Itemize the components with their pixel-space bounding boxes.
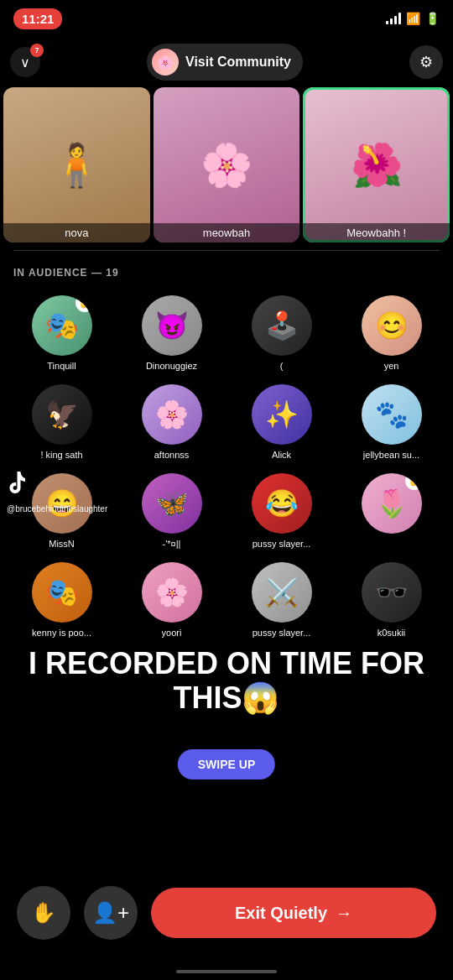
speaker-ring	[303, 87, 450, 242]
member-avatar-purple: 🦋	[142, 473, 202, 534]
speaker-meowbah[interactable]: 🌸 meowbah	[154, 87, 300, 242]
wifi-icon: 📶	[406, 12, 420, 25]
audience-member-troll[interactable]: 😂pussy slayer...	[226, 467, 336, 555]
audience-member-kingsath[interactable]: 🦅! king sath	[7, 378, 117, 467]
audience-member-paren[interactable]: 🕹️(	[226, 289, 336, 378]
member-avatar-tinquill: 🎭✋	[32, 295, 92, 356]
bottom-controls: ✋ 👤+ Exit Quietly →	[0, 879, 453, 946]
header: ∨ 7 🌸 Visit Community ⚙	[0, 37, 453, 87]
speaker-nova-name: nova	[3, 223, 150, 242]
add-user-icon: 👤+	[92, 901, 129, 925]
notification-badge: 7	[30, 44, 44, 57]
speaker-nova-avatar: 🧍	[3, 87, 150, 242]
member-avatar-aftonnss: 🌸	[142, 384, 202, 445]
member-name-missn: MissN	[49, 539, 75, 549]
speaker-meowbah-avatar: 🌸	[154, 87, 300, 242]
member-name-paren: (	[280, 361, 284, 371]
exit-quietly-label: Exit Quietly	[235, 904, 327, 923]
member-avatar-troll: 😂	[252, 473, 312, 534]
community-avatar: 🌸	[152, 49, 179, 76]
audience-member-yoori[interactable]: 🌸yoori	[117, 555, 226, 644]
hand-icon: ✋	[31, 901, 56, 925]
battery-icon: 🔋	[425, 12, 440, 25]
chevron-down-icon: ∨	[20, 55, 30, 70]
dropdown-button[interactable]: ∨ 7	[10, 47, 40, 77]
member-avatar-pussy: ⚔️	[252, 562, 312, 623]
tiktok-watermark: @brucebehindtheslaughter	[0, 470, 107, 513]
member-name-aftonnss: aftonnss	[154, 450, 190, 460]
member-avatar-pink: 🌷✋	[362, 473, 422, 534]
audience-member-yen[interactable]: 😊yen	[336, 289, 446, 378]
member-avatar-kenny: 🎭	[32, 562, 92, 623]
home-indicator	[176, 970, 277, 973]
header-left: ∨ 7	[10, 47, 40, 77]
speaker-meowbah-name: meowbah	[154, 223, 300, 242]
hand-raised-badge: ✋	[76, 295, 92, 312]
member-avatar-kingsath: 🦅	[32, 384, 92, 445]
audience-member-aftonnss[interactable]: 🌸aftonnss	[117, 378, 226, 467]
community-label: Visit Community	[185, 55, 291, 70]
swipe-up-button[interactable]: SWIPE UP	[178, 749, 275, 779]
tiktok-handle: @brucebehindtheslaughter	[7, 504, 107, 513]
signal-icon	[386, 13, 401, 24]
member-name-jellybean: jellybean su...	[363, 450, 419, 460]
speaker-meowbahh[interactable]: 🌺 Meowbahh !	[303, 87, 450, 242]
member-name-tinquill: Tinquill	[47, 361, 76, 371]
audience-member-kenny[interactable]: 🎭kenny is poo...	[7, 555, 117, 644]
member-name-yen: yen	[384, 361, 399, 371]
raise-hand-button[interactable]: ✋	[17, 886, 70, 940]
status-time: 11:21	[13, 8, 62, 29]
member-avatar-yen: 😊	[362, 295, 422, 356]
audience-member-alick[interactable]: ✨Alick	[226, 378, 336, 467]
member-name-dinonuggiez: Dinonuggiez	[146, 361, 197, 371]
member-name-yoori: yoori	[162, 628, 182, 638]
gear-icon: ⚙	[419, 53, 433, 71]
member-avatar-alick: ✨	[252, 384, 312, 445]
overlay-text: I RECORDED ON TIME FOR THIS😱	[0, 646, 453, 716]
member-name-purple: -'*¤||	[163, 539, 181, 549]
member-name-pussy: pussy slayer...	[253, 628, 311, 638]
member-name-alick: Alick	[272, 450, 291, 460]
speaker-nova[interactable]: 🧍 nova	[3, 87, 150, 242]
add-user-button[interactable]: 👤+	[84, 886, 138, 940]
audience-grid: 🎭✋Tinquill😈Dinonuggiez🕹️(😊yen🦅! king sat…	[0, 289, 453, 644]
audience-member-jellybean[interactable]: 🐾jellybean su...	[336, 378, 446, 467]
audience-member-purple[interactable]: 🦋-'*¤||	[117, 467, 226, 555]
member-avatar-yoori: 🌸	[142, 562, 202, 623]
audience-member-dinonuggiez[interactable]: 😈Dinonuggiez	[117, 289, 226, 378]
audience-header: IN AUDIENCE — 19	[0, 260, 453, 289]
member-name-kingsath: ! king sath	[40, 450, 82, 460]
divider	[13, 250, 440, 251]
audience-member-pink[interactable]: 🌷✋	[336, 467, 446, 555]
speaker-meowbahh-name: Meowbahh !	[303, 223, 450, 242]
member-avatar-jellybean: 🐾	[362, 384, 422, 445]
audience-member-k0sukii[interactable]: 🕶️k0sukii	[336, 555, 446, 644]
hand-raised-badge: ✋	[405, 473, 422, 490]
status-icons: 📶 🔋	[386, 12, 440, 25]
exit-quietly-button[interactable]: Exit Quietly →	[151, 888, 436, 938]
member-avatar-paren: 🕹️	[252, 295, 312, 356]
member-avatar-k0sukii: 🕶️	[362, 562, 422, 623]
exit-arrow-icon: →	[336, 904, 352, 923]
tiktok-logo-icon	[7, 470, 107, 503]
member-name-kenny: kenny is poo...	[32, 628, 91, 638]
member-avatar-dinonuggiez: 😈	[142, 295, 202, 356]
status-bar: 11:21 📶 🔋	[0, 0, 453, 37]
visit-community-button[interactable]: 🌸 Visit Community	[147, 44, 303, 81]
member-name-troll: pussy slayer...	[253, 539, 311, 549]
audience-member-tinquill[interactable]: 🎭✋Tinquill	[7, 289, 117, 378]
audience-member-pussy[interactable]: ⚔️pussy slayer...	[226, 555, 336, 644]
speakers-section: 🧍 nova 🌸 meowbah 🌺 Meowbahh !	[0, 87, 453, 242]
settings-button[interactable]: ⚙	[409, 45, 443, 79]
member-name-k0sukii: k0sukii	[378, 628, 406, 638]
